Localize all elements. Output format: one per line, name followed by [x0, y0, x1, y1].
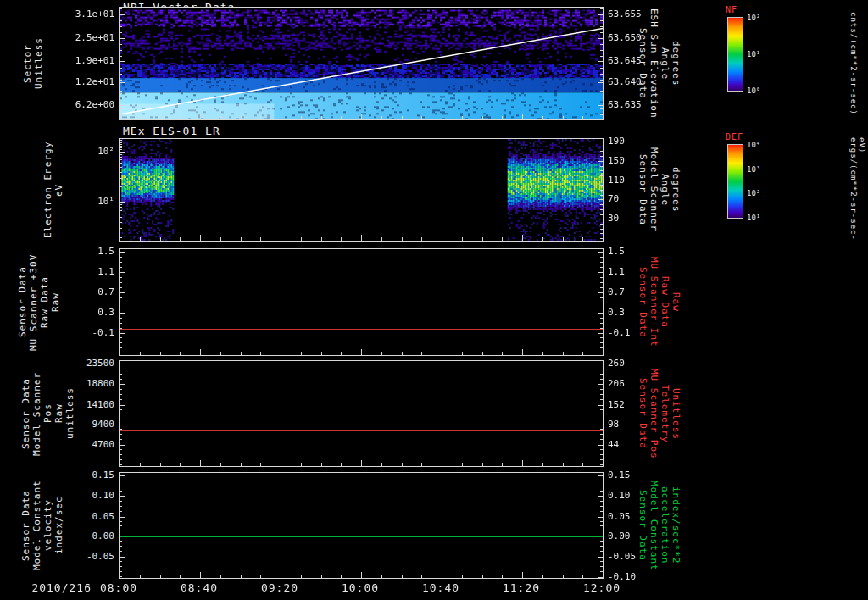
x-tick: [260, 463, 261, 466]
x-tick: [260, 116, 261, 119]
y-minor-tick: [120, 414, 122, 414]
colorbar-tick-label: 10¹: [747, 50, 760, 58]
y-minor-tick: [120, 97, 122, 97]
y-tick-label-right: 152: [608, 399, 664, 410]
x-tick: [522, 572, 523, 578]
y-minor-tick: [120, 56, 122, 57]
y-minor-tick: [120, 50, 122, 51]
panel5-right-axis-label: Sensor Data Model Constant acceleration …: [637, 472, 682, 579]
x-tick: [421, 575, 422, 578]
y-tick-left: [120, 445, 125, 446]
y-minor-tick: [600, 44, 603, 45]
y-minor-tick: [120, 147, 122, 148]
x-tick: [160, 116, 161, 119]
y-tick-right: [598, 14, 603, 15]
x-tick: [502, 575, 503, 578]
y-minor-tick: [600, 195, 603, 196]
x-tick: [442, 572, 442, 578]
y-minor-tick: [600, 409, 603, 410]
x-tick: [421, 237, 422, 241]
y-minor-tick: [120, 68, 122, 69]
x-axis: 08:0008:4009:2010:0010:4011:2012:00: [119, 581, 604, 598]
y-minor-tick: [600, 347, 603, 348]
y-minor-tick: [600, 546, 603, 547]
y-minor-tick: [120, 506, 122, 507]
y-tick-label-left: 9400: [53, 419, 114, 430]
y-minor-tick: [120, 8, 122, 9]
y-tick-label-left: 0.7: [53, 286, 114, 297]
y-minor-tick: [600, 185, 603, 186]
y-tick-label-right: 63.635: [608, 99, 664, 110]
y-minor-tick: [120, 214, 122, 214]
y-minor-tick: [120, 481, 122, 481]
y-minor-tick: [120, 154, 122, 155]
x-tick: [200, 114, 201, 119]
x-tick: [341, 352, 342, 355]
y-minor-tick: [600, 74, 603, 75]
panel4-left-axis-label: Sensor Data Model Scanner Pos Raw unitle…: [20, 360, 75, 467]
colorbar-nf-unit-label: cnts/(cm**2-sr-sec): [849, 12, 858, 122]
y-minor-tick: [120, 157, 122, 158]
x-tick: [140, 116, 141, 119]
y-tick-right: [598, 577, 603, 578]
x-tick: [462, 575, 463, 578]
panel1-left-axis-label: Sector Unitless: [22, 7, 44, 120]
x-tick: [180, 116, 181, 119]
y-minor-tick: [120, 566, 122, 567]
colorbar-def: [727, 144, 743, 219]
y-minor-tick: [120, 561, 122, 562]
y-minor-tick: [120, 419, 122, 419]
y-minor-tick: [600, 26, 603, 27]
y-minor-tick: [600, 224, 603, 225]
x-tick-label: 12:00: [575, 581, 629, 594]
y-minor-tick: [600, 267, 603, 268]
colorbar-nf-label: NF: [726, 5, 737, 14]
x-tick: [260, 352, 261, 355]
y-tick-left: [120, 333, 125, 334]
x-tick: [381, 116, 382, 119]
y-minor-tick: [600, 20, 603, 21]
y-tick-left: [120, 272, 125, 273]
y-minor-tick: [120, 454, 122, 455]
y-tick-label-right: 63.645: [608, 55, 664, 66]
y-minor-tick: [600, 262, 603, 263]
x-tick: [220, 575, 221, 578]
x-tick: [421, 352, 422, 355]
x-tick: [462, 116, 463, 119]
y-tick-right: [598, 496, 603, 497]
y-tick-left: [120, 38, 125, 39]
y-minor-tick: [120, 394, 122, 395]
y-tick-label-right: -0.05: [608, 551, 664, 562]
y-minor-tick: [600, 257, 603, 258]
y-minor-tick: [120, 297, 122, 298]
y-tick-label-left: 0.15: [53, 469, 114, 481]
x-tick: [381, 575, 382, 578]
y-minor-tick: [120, 237, 122, 238]
y-minor-tick: [600, 511, 603, 512]
x-tick: [462, 237, 463, 241]
y-minor-tick: [600, 209, 603, 210]
y-tick-right: [598, 333, 603, 334]
y-minor-tick: [600, 233, 603, 234]
y-minor-tick: [600, 481, 603, 481]
y-minor-tick: [120, 303, 122, 303]
x-tick: [180, 237, 181, 241]
sddas-plot-screen: NPI Vector Data MEx ELS-01 LR Sector Uni…: [0, 0, 868, 600]
y-minor-tick: [120, 434, 122, 435]
y-minor-tick: [600, 541, 603, 542]
y-minor-tick: [120, 521, 122, 522]
y-minor-tick: [600, 439, 603, 440]
y-minor-tick: [600, 449, 603, 450]
x-tick: [301, 352, 302, 355]
panel4-right-axis-label: Sensor Data MU Scanner Pos Telemetry Uni…: [637, 360, 682, 467]
x-tick: [582, 463, 583, 466]
y-tick-label-right: 0.10: [608, 490, 664, 501]
x-tick: [402, 237, 403, 241]
y-tick-right: [598, 219, 603, 219]
y-minor-tick: [600, 277, 603, 278]
y-tick-label-right: 110: [608, 175, 664, 186]
y-tick-label-right: 0.15: [608, 469, 664, 481]
y-tick-label-right: 98: [608, 419, 664, 430]
x-tick: [220, 463, 221, 466]
x-tick: [241, 237, 242, 241]
